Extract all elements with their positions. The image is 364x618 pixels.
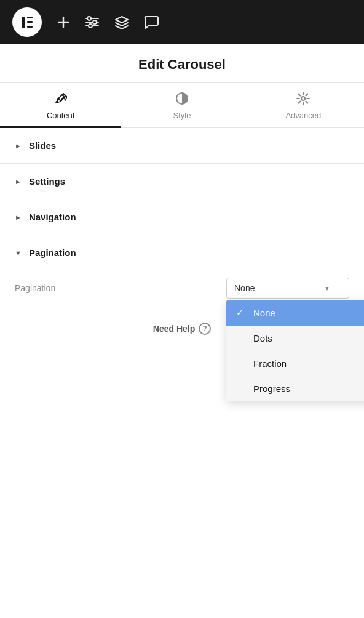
- tab-style-label: Style: [173, 111, 191, 120]
- settings-arrow-icon: ►: [15, 178, 22, 185]
- navigation-label: Navigation: [29, 212, 76, 222]
- elementor-logo[interactable]: [12, 7, 42, 37]
- pagination-selected-value: None: [234, 283, 255, 293]
- option-progress-label: Progress: [253, 383, 290, 394]
- tab-style[interactable]: Style: [121, 83, 242, 127]
- pagination-dropdown: ✓ None Dots Fraction Progress: [226, 300, 364, 401]
- pagination-section-label: Pagination: [29, 247, 76, 258]
- pagination-select-wrapper: None ▼ ✓ None Dots Fraction: [226, 278, 349, 299]
- settings-section: ► Settings: [0, 164, 364, 199]
- navigation-header[interactable]: ► Navigation: [0, 199, 364, 235]
- svg-point-11: [93, 20, 97, 24]
- help-icon[interactable]: ?: [199, 323, 211, 335]
- pagination-content: Pagination None ▼ ✓ None Dots: [0, 270, 364, 311]
- toolbar: [0, 0, 364, 44]
- svg-point-10: [87, 17, 91, 20]
- chat-icon[interactable]: [144, 15, 159, 29]
- tabs-container: Content Style Advanced: [0, 83, 364, 128]
- tab-content-label: Content: [47, 111, 75, 120]
- pagination-option-fraction[interactable]: Fraction: [226, 351, 364, 376]
- slides-section: ► Slides: [0, 128, 364, 164]
- svg-rect-1: [22, 17, 25, 28]
- option-none-label: None: [253, 308, 275, 318]
- slides-arrow-icon: ►: [15, 142, 22, 150]
- pagination-row: Pagination None ▼ ✓ None Dots: [15, 278, 349, 299]
- settings-header[interactable]: ► Settings: [0, 164, 364, 199]
- pagination-arrow-icon: ▼: [15, 249, 22, 257]
- tab-content[interactable]: Content: [0, 83, 121, 127]
- navigation-arrow-icon: ►: [15, 214, 22, 221]
- page-title: Edit Carousel: [0, 57, 364, 73]
- layers-icon[interactable]: [114, 15, 129, 29]
- page-title-section: Edit Carousel: [0, 44, 364, 83]
- svg-rect-3: [27, 21, 33, 23]
- svg-marker-13: [116, 17, 128, 23]
- pagination-select[interactable]: None ▼: [226, 278, 349, 299]
- controls-icon[interactable]: [85, 15, 100, 29]
- pagination-field-label: Pagination: [15, 283, 55, 293]
- content-tab-icon: [54, 92, 68, 107]
- svg-rect-4: [27, 26, 33, 28]
- pagination-section: ▼ Pagination Pagination None ▼ ✓ None: [0, 235, 364, 311]
- svg-rect-2: [27, 17, 33, 18]
- pagination-header[interactable]: ▼ Pagination: [0, 235, 364, 270]
- need-help-label: Need Help: [153, 324, 195, 334]
- slides-header[interactable]: ► Slides: [0, 128, 364, 163]
- add-icon[interactable]: [57, 15, 70, 29]
- pagination-option-progress[interactable]: Progress: [226, 376, 364, 401]
- navigation-section: ► Navigation: [0, 199, 364, 235]
- check-icon: ✓: [236, 307, 248, 318]
- select-arrow-icon: ▼: [324, 285, 330, 292]
- pagination-option-dots[interactable]: Dots: [226, 326, 364, 351]
- svg-point-12: [89, 24, 92, 28]
- svg-point-17: [301, 97, 305, 100]
- pagination-option-none[interactable]: ✓ None: [226, 300, 364, 326]
- settings-label: Settings: [29, 176, 65, 187]
- tab-advanced[interactable]: Advanced: [243, 83, 364, 127]
- slides-label: Slides: [29, 140, 56, 151]
- tab-advanced-label: Advanced: [285, 111, 321, 120]
- option-dots-label: Dots: [253, 333, 272, 343]
- advanced-tab-icon: [296, 92, 310, 107]
- style-tab-icon: [175, 92, 189, 107]
- option-fraction-label: Fraction: [253, 358, 287, 369]
